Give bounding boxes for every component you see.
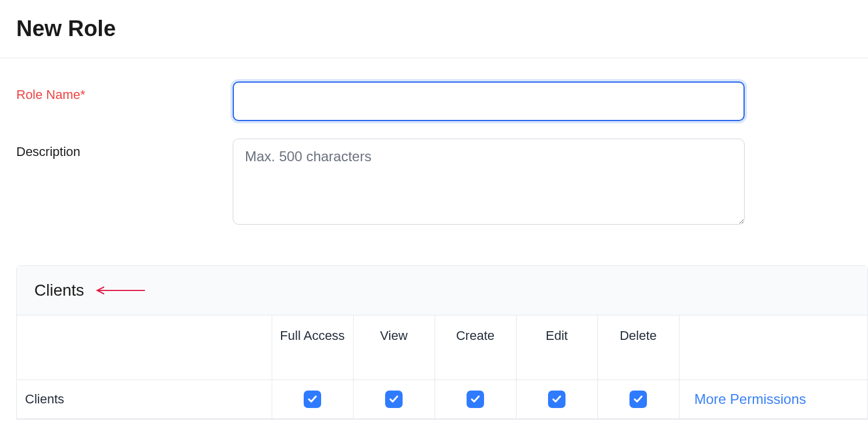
header-empty bbox=[17, 315, 272, 379]
header-view: View bbox=[353, 315, 435, 379]
role-name-label: Role Name* bbox=[16, 81, 233, 102]
section-title: Clients bbox=[34, 281, 84, 300]
row-name: Clients bbox=[17, 379, 272, 418]
header-delete: Delete bbox=[597, 315, 679, 379]
form-area: Role Name* Description bbox=[0, 58, 868, 265]
checkbox-full-access[interactable] bbox=[304, 391, 321, 408]
role-name-input[interactable] bbox=[233, 81, 745, 121]
annotation-arrow-icon bbox=[95, 286, 145, 295]
header-full-access: Full Access bbox=[272, 315, 353, 379]
permissions-table: Full Access View Create Edit Delete Clie… bbox=[17, 315, 867, 419]
header-create: Create bbox=[435, 315, 516, 379]
checkbox-view[interactable] bbox=[385, 391, 403, 408]
permissions-header-row: Full Access View Create Edit Delete bbox=[17, 315, 867, 379]
permissions-section: Clients Full Access View Create Edit Del… bbox=[16, 265, 868, 420]
header-edit: Edit bbox=[516, 315, 597, 379]
description-row: Description bbox=[16, 139, 868, 225]
description-textarea[interactable] bbox=[233, 139, 745, 225]
description-label: Description bbox=[16, 139, 233, 159]
more-permissions-link[interactable]: More Permissions bbox=[690, 391, 806, 407]
checkbox-edit[interactable] bbox=[548, 391, 565, 408]
role-name-row: Role Name* bbox=[16, 81, 868, 121]
header-more bbox=[679, 315, 867, 379]
table-row: Clients bbox=[17, 379, 867, 418]
checkbox-delete[interactable] bbox=[629, 391, 647, 408]
page-title: New Role bbox=[0, 0, 868, 58]
checkbox-create[interactable] bbox=[467, 391, 484, 408]
section-header: Clients bbox=[17, 266, 867, 315]
